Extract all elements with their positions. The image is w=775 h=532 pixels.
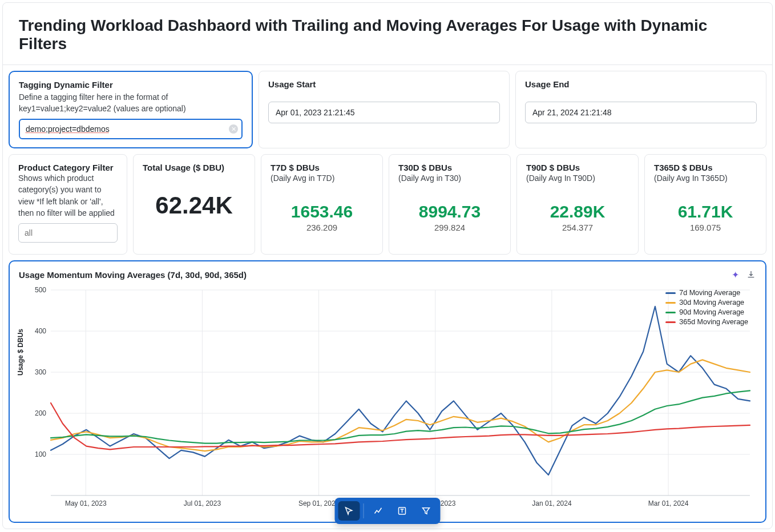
legend-label-7d: 7d Moving Average [679,289,740,297]
t90d-sub: (Daily Avg In T90D) [526,174,629,183]
t365d-title: T365D $ DBUs [654,163,757,172]
tagging-filter-card: Tagging Dynamic Filter Define a tagging … [9,71,253,148]
tagging-filter-title: Tagging Dynamic Filter [19,80,243,90]
t7d-avg: 236.209 [271,223,373,232]
t90d-avg: 254.377 [526,223,629,232]
t7d-value: 1653.46 [271,202,373,221]
svg-text:500: 500 [35,286,46,294]
total-usage-value: 62.24K [143,192,245,219]
product-category-desc: Shows which product category(s) you want… [18,172,118,219]
svg-text:May 01, 2023: May 01, 2023 [65,499,107,507]
svg-text:Mar 01, 2024: Mar 01, 2024 [648,499,689,507]
toolbar-filter-button[interactable] [415,501,437,521]
legend-swatch-30d [665,302,676,304]
svg-text:Jul 01, 2023: Jul 01, 2023 [184,499,221,507]
page-title: Trending Workload Dashbaord with Trailin… [19,17,756,53]
usage-start-card: Usage Start [259,71,510,148]
svg-text:400: 400 [35,327,46,335]
sparkle-icon[interactable]: ✦ [730,269,740,280]
legend-swatch-90d [665,312,676,313]
t7d-title: T7D $ DBUs [271,163,373,172]
chart-plot: 100200300400500May 01, 2023Jul 01, 2023S… [19,284,756,513]
chart-toolbar [335,498,441,524]
t90d-title: T90D $ DBUs [526,163,629,172]
t90d-value: 22.89K [526,202,629,221]
t365d-sub: (Daily Avg In T365D) [654,174,757,183]
chart-card: Usage Momentum Moving Averages (7d, 30d,… [9,260,766,523]
t30d-title: T30D $ DBUs [398,163,501,172]
chart-title: Usage Momentum Moving Averages (7d, 30d,… [19,270,247,280]
svg-text:100: 100 [35,450,46,458]
usage-start-title: Usage Start [268,79,500,89]
chart-ylabel: Usage $ DBUs [17,329,25,376]
usage-end-title: Usage End [525,79,757,89]
t30d-avg: 299.824 [398,223,501,232]
usage-end-card: Usage End [515,71,766,148]
svg-text:200: 200 [35,409,46,417]
legend-swatch-7d [665,292,676,294]
product-category-title: Product Category Filter [18,163,118,172]
t90d-card: T90D $ DBUs (Daily Avg In T90D) 22.89K 2… [516,154,639,255]
legend-label-365d: 365d Moving Average [679,318,748,326]
legend-swatch-365d [665,321,676,323]
product-category-card: Product Category Filter Shows which prod… [9,154,127,255]
tagging-filter-input[interactable] [19,119,243,139]
total-usage-card: Total Usage ($ DBU) 62.24K [133,154,255,255]
svg-text:Jan 01, 2024: Jan 01, 2024 [532,499,572,507]
t30d-card: T30D $ DBUs (Daily Avg in T30) 8994.73 2… [389,154,511,255]
svg-text:Sep 01, 2023: Sep 01, 2023 [298,499,340,507]
svg-text:300: 300 [35,368,46,376]
t365d-avg: 169.075 [654,223,757,232]
toolbar-divider [364,503,364,518]
t7d-card: T7D $ DBUs (Daily Avg in T7D) 1653.46 23… [261,154,383,255]
t30d-sub: (Daily Avg in T30) [398,174,501,183]
t7d-sub: (Daily Avg in T7D) [271,174,373,183]
t365d-card: T365D $ DBUs (Daily Avg In T365D) 61.71K… [644,154,766,255]
chart-legend: 7d Moving Average 30d Moving Average 90d… [665,289,748,328]
t30d-value: 8994.73 [398,202,501,221]
download-icon[interactable] [746,269,756,280]
product-category-input[interactable] [18,223,118,243]
t365d-value: 61.71K [654,202,757,221]
legend-label-30d: 30d Moving Average [679,299,744,307]
tagging-filter-desc: Define a tagging filter here in the form… [19,92,243,114]
toolbar-cursor-button[interactable] [338,501,360,521]
toolbar-text-button[interactable] [391,501,413,521]
toolbar-chart-button[interactable] [368,501,389,521]
usage-start-input[interactable] [268,102,500,123]
usage-end-input[interactable] [525,102,757,123]
total-usage-title: Total Usage ($ DBU) [143,163,245,172]
legend-label-90d: 90d Moving Average [679,308,744,316]
